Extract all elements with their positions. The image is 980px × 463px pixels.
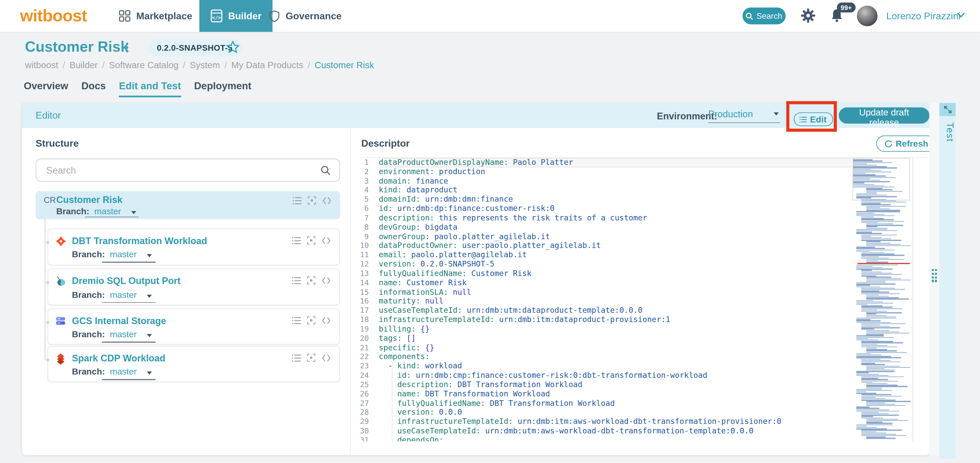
- environment-value: Production: [708, 109, 753, 119]
- branch-select[interactable]: master: [110, 289, 137, 300]
- refresh-button[interactable]: Refresh: [876, 136, 936, 152]
- structure-search-input[interactable]: [45, 164, 321, 176]
- code-icon[interactable]: [322, 353, 331, 362]
- branch-label: Branch:: [72, 249, 105, 259]
- line-number: 1: [360, 158, 379, 167]
- update-draft-release-button[interactable]: Update draft release: [838, 107, 929, 124]
- expand-test-panel-button[interactable]: [939, 103, 956, 116]
- focus-target-icon[interactable]: [307, 236, 316, 245]
- select-arrow-icon[interactable]: [147, 334, 152, 337]
- nav-item-marketplace[interactable]: Marketplace: [119, 0, 192, 32]
- nav-item-governance[interactable]: Governance: [269, 0, 342, 32]
- breadcrumb-item[interactable]: Customer Risk: [315, 60, 374, 70]
- select-arrow-icon[interactable]: [147, 372, 152, 375]
- tree-node-root[interactable]: CRCustomer RiskBranch:master: [35, 191, 340, 219]
- structure-panel-title: Structure: [35, 138, 78, 149]
- line-number: 22: [360, 352, 379, 362]
- branch-select-underline: [102, 342, 156, 342]
- breadcrumb-item[interactable]: System: [190, 60, 220, 70]
- branch-select[interactable]: master: [94, 206, 121, 216]
- tree-node-2[interactable]: Dremio SQL Output PortBranch:master: [48, 268, 340, 305]
- code-icon[interactable]: [322, 316, 331, 324]
- branch-select[interactable]: master: [110, 366, 137, 377]
- settings-gear-icon[interactable]: [800, 8, 816, 23]
- details-list-icon[interactable]: [292, 276, 301, 285]
- details-list-icon[interactable]: [293, 196, 302, 205]
- code-line: 20tags: []: [360, 334, 914, 343]
- splitter-drag-handle-icon[interactable]: [932, 269, 937, 282]
- code-line: 23 - kind: workload: [360, 362, 914, 371]
- breadcrumb-separator: /: [308, 60, 310, 70]
- breadcrumb-item[interactable]: My Data Products: [231, 60, 303, 70]
- tree-connector: [44, 219, 45, 359]
- environment-select[interactable]: Production: [708, 109, 780, 123]
- nav-item-builder[interactable]: </> Builder: [199, 0, 273, 32]
- user-name[interactable]: Lorenzo Pirazzini: [886, 11, 961, 22]
- page-tabs: OverviewDocsEdit and TestDeployment: [24, 81, 251, 97]
- title-kebab-menu-icon[interactable]: [126, 43, 128, 52]
- yaml-code-editor[interactable]: 1dataProductOwnerDisplayName: Paolo Plat…: [360, 158, 914, 441]
- select-arrow-icon[interactable]: [147, 254, 152, 257]
- code-icon[interactable]: [322, 196, 332, 205]
- branch-label: Branch:: [72, 289, 105, 300]
- tab-docs[interactable]: Docs: [81, 81, 106, 97]
- branch-select-underline: [102, 379, 156, 380]
- branch-select[interactable]: master: [110, 249, 137, 259]
- component-name[interactable]: Customer Risk: [56, 194, 122, 205]
- tab-overview[interactable]: Overview: [24, 81, 68, 97]
- breadcrumb-item[interactable]: Software Catalog: [109, 60, 178, 70]
- component-name[interactable]: Spark CDP Workload: [72, 353, 165, 363]
- line-number: 28: [360, 408, 379, 417]
- edit-button-label: Edit: [810, 114, 827, 124]
- select-arrow-icon[interactable]: [131, 211, 136, 214]
- component-name[interactable]: GCS Internal Storage: [72, 315, 166, 326]
- code-minimap[interactable]: [853, 158, 911, 441]
- branch-label: Branch:: [72, 329, 105, 339]
- select-arrow-icon[interactable]: [147, 295, 152, 298]
- line-number: 30: [360, 427, 379, 436]
- tab-deployment[interactable]: Deployment: [194, 81, 251, 97]
- favorite-star-icon[interactable]: [226, 41, 239, 53]
- focus-target-icon[interactable]: [307, 353, 316, 362]
- minimap-viewport-slider[interactable]: [853, 158, 910, 200]
- component-name[interactable]: Dremio SQL Output Port: [72, 276, 180, 286]
- details-list-icon[interactable]: [292, 316, 301, 324]
- tab-edit-and-test[interactable]: Edit and Test: [119, 81, 181, 97]
- details-list-icon[interactable]: [292, 353, 301, 362]
- expand-arrows-icon: [943, 105, 952, 114]
- line-number: 5: [360, 195, 379, 204]
- edit-button[interactable]: Edit: [794, 113, 834, 126]
- focus-target-icon[interactable]: [307, 316, 316, 324]
- test-tab[interactable]: Test: [939, 122, 956, 142]
- line-number: 24: [360, 371, 379, 380]
- editor-header-band: Editor Environment: Production Edit Upda…: [22, 103, 929, 128]
- code-icon[interactable]: [322, 236, 331, 245]
- code-line: 12version: 0.2.0-SNAPSHOT-5: [360, 260, 914, 269]
- witboost-logo[interactable]: witboost: [20, 6, 87, 25]
- user-menu-chevron-down-icon[interactable]: [957, 13, 965, 18]
- tree-node-4[interactable]: Spark CDP WorkloadBranch:master: [48, 346, 340, 382]
- focus-target-icon[interactable]: [307, 276, 316, 285]
- line-number: 26: [360, 389, 379, 399]
- user-avatar[interactable]: [857, 6, 878, 26]
- page-title: Customer Risk: [25, 39, 129, 55]
- details-list-icon[interactable]: [292, 236, 301, 245]
- line-number: 27: [360, 399, 379, 408]
- tree-node-3[interactable]: GCS Internal StorageBranch:master: [48, 308, 340, 345]
- line-number: 4: [360, 186, 379, 195]
- code-line: 16maturity: null: [360, 297, 914, 306]
- search-icon: [321, 165, 331, 175]
- line-number: 12: [360, 260, 379, 269]
- global-search-button[interactable]: Search: [743, 8, 786, 24]
- line-number: 6: [360, 204, 379, 214]
- breadcrumb-item[interactable]: witboost: [25, 60, 58, 70]
- branch-select[interactable]: master: [110, 329, 137, 339]
- code-icon[interactable]: [322, 276, 331, 285]
- code-line: 17useCaseTemplateId: urn:dmb:utm:datapro…: [360, 306, 914, 316]
- component-name[interactable]: DBT Transformation Workload: [72, 235, 207, 246]
- spark-icon: [56, 353, 67, 365]
- breadcrumb-item[interactable]: Builder: [70, 60, 98, 70]
- focus-target-icon[interactable]: [307, 196, 317, 205]
- tree-node-1[interactable]: DBT Transformation WorkloadBranch:master: [48, 228, 340, 265]
- editor-panel: Editor Environment: Production Edit Upda…: [22, 103, 929, 455]
